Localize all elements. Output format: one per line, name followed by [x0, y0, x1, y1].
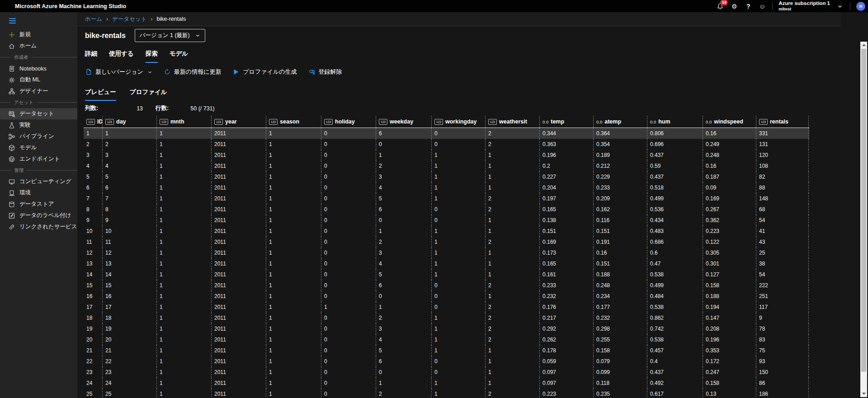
avatar[interactable]: H [856, 2, 865, 11]
sidebar-item-datastores[interactable]: データストア [0, 199, 77, 210]
new-version-button[interactable]: 新しいバージョン [85, 68, 152, 76]
tab-details[interactable]: 詳細 [85, 50, 97, 63]
column-header-season[interactable]: 123season [266, 116, 321, 128]
table-row[interactable]: 191912011103120.2920.2980.7420.20878 [84, 323, 809, 334]
tab-explore[interactable]: 探索 [146, 50, 158, 63]
subscription-selector[interactable]: Azure subscription 1 mltest [778, 0, 830, 11]
table-row[interactable]: 232312011100010.0970.0990.4370.247150 [84, 367, 809, 378]
column-name: holiday [335, 118, 355, 125]
tab-consume[interactable]: 使用する [109, 50, 134, 63]
cell: 222 [756, 280, 809, 291]
column-header-mnth[interactable]: 123mnth [156, 116, 211, 128]
scroll-up-arrow[interactable] [860, 42, 867, 48]
integer-type-icon: 123 [488, 119, 497, 125]
table-row[interactable]: 212112011105110.1780.1580.4570.35375 [84, 345, 809, 356]
page-scrollbar[interactable] [860, 42, 867, 397]
chevron-down-icon[interactable] [836, 2, 844, 10]
cell: 0 [321, 291, 376, 302]
subtab-preview[interactable]: プレビュー [85, 88, 116, 101]
table-row[interactable]: 181812011102120.2170.2320.8620.1479 [84, 313, 809, 323]
sidebar-item-environments[interactable]: 環境 [0, 187, 77, 199]
table-row[interactable]: 7712011105120.1970.2090.4990.169148 [84, 193, 809, 204]
column-header-hum[interactable]: 0.0hum [647, 116, 703, 128]
column-header-id[interactable]: 123ID [84, 116, 102, 128]
column-header-year[interactable]: 123year [211, 116, 266, 128]
column-header-rentals[interactable]: 123rentals [756, 116, 809, 128]
cell: 0 [431, 204, 485, 215]
table-row[interactable]: 5512011103110.2270.2290.4370.18782 [84, 171, 809, 182]
sidebar-item-endpoints[interactable]: エンドポイント [0, 153, 77, 165]
table-row[interactable]: 6612011104110.2040.2330.5180.0988 [84, 182, 809, 193]
sidebar-item-home[interactable]: ホーム [0, 40, 77, 52]
column-header-day[interactable]: 123day [102, 116, 156, 128]
cell: 1 [156, 302, 211, 313]
breadcrumb-item[interactable]: ホーム [85, 15, 102, 23]
table-row[interactable]: 141412011105110.1610.1880.5380.12754 [84, 269, 809, 280]
sidebar-item-datasets[interactable]: データセット [0, 108, 77, 119]
cell: 22 [84, 356, 102, 367]
table-row[interactable]: 4412011102110.20.2120.590.16108 [84, 161, 809, 171]
cell: 20 [102, 334, 156, 345]
tab-models[interactable]: モデル [170, 50, 188, 63]
sidebar-item-compute[interactable]: コンピューティング [0, 176, 77, 187]
column-header-windspeed[interactable]: 0.0windspeed [703, 116, 756, 128]
table-row[interactable]: 8812011106020.1650.1620.5360.26768 [84, 204, 809, 215]
sidebar-section-label: アセット [0, 97, 77, 108]
table-row[interactable]: 121212011103110.1730.160.60.30525 [84, 247, 809, 258]
table-row[interactable]: 131312011104110.1650.1510.470.30138 [84, 258, 809, 269]
table-row[interactable]: 2212011100020.3630.3540.6960.249131 [84, 139, 809, 150]
table-row[interactable]: 242412011101110.0970.1180.4920.15886 [84, 378, 809, 389]
sidebar-item-linked-services[interactable]: リンクされたサービス [0, 221, 77, 232]
cell: 43 [756, 237, 809, 247]
cell: 1 [485, 247, 539, 258]
table-row[interactable]: 111112011102120.1690.1910.6860.12243 [84, 237, 809, 247]
column-header-temp[interactable]: 0.0temp [539, 116, 593, 128]
chevron-down-icon [147, 70, 152, 75]
table-row[interactable]: 161612011100010.2320.2340.4840.188251 [84, 291, 809, 302]
table-row[interactable]: 222212011106010.0590.0790.40.17293 [84, 356, 809, 367]
sidebar-item-automated-ml[interactable]: 自動 ML [0, 74, 77, 85]
sidebar-item-data-labeling[interactable]: データのラベル付け [0, 210, 77, 221]
table-row[interactable]: 1112011106020.3440.3640.8060.16331 [84, 128, 809, 139]
cell: 1 [431, 161, 485, 171]
sidebar-item-designer[interactable]: デザイナー [0, 85, 77, 97]
column-header-weekday[interactable]: 123weekday [376, 116, 431, 128]
cell: 0.188 [703, 291, 756, 302]
cell: 1 [431, 193, 485, 204]
table-row[interactable]: 171712011111020.1760.1770.5380.194117 [84, 302, 809, 313]
column-header-atemp[interactable]: 0.0atemp [593, 116, 647, 128]
sidebar-item-notebooks[interactable]: Notebooks [0, 63, 77, 74]
notifications-bell-icon[interactable]: 14 [716, 2, 724, 10]
table-row[interactable]: 252512011102120.2230.2350.6170.13186 [84, 389, 809, 398]
subtab-profile[interactable]: プロファイル [130, 88, 167, 101]
column-header-holiday[interactable]: 123holiday [321, 116, 376, 128]
cell: 2 [485, 323, 539, 334]
table-row[interactable]: 202012011104120.2620.2550.5380.19683 [84, 334, 809, 345]
settings-gear-icon[interactable]: ⚙ [730, 2, 738, 10]
version-selector[interactable]: バージョン 1 (最新) [135, 29, 205, 42]
table-row[interactable]: 101012011101110.1510.1510.4830.22341 [84, 226, 809, 237]
breadcrumb-item[interactable]: データセット [112, 15, 146, 23]
column-header-workingday[interactable]: 123workingday [431, 116, 485, 128]
sidebar-item-models[interactable]: モデル [0, 142, 77, 153]
cell: 10 [102, 226, 156, 237]
table-row[interactable]: 151512011106020.2330.2480.4990.158222 [84, 280, 809, 291]
sidebar-item-experiments[interactable]: 実験 [0, 119, 77, 131]
unregister-button[interactable]: 登録解除 [308, 68, 342, 76]
feedback-smiley-icon[interactable]: ☺ [758, 2, 766, 10]
cell: 1 [156, 389, 211, 398]
cell: 1 [266, 182, 321, 193]
column-header-weathersit[interactable]: 123weathersit [485, 116, 539, 128]
cell: 24 [84, 378, 102, 389]
breadcrumb-separator: › [151, 16, 153, 22]
page-scrollbar-thumb[interactable] [861, 49, 866, 372]
help-icon[interactable]: ? [744, 2, 752, 10]
hamburger-menu-icon[interactable] [0, 12, 77, 29]
sidebar-item-pipelines[interactable]: パイプライン [0, 131, 77, 142]
table-row[interactable]: 9912011100010.1380.1160.4340.36254 [84, 215, 809, 226]
generate-profile-button[interactable]: プロファイルの生成 [232, 68, 297, 76]
scroll-down-arrow[interactable] [860, 390, 867, 397]
table-row[interactable]: 3312011101110.1960.1890.4370.248120 [84, 150, 809, 161]
sidebar-item-new[interactable]: 新規 [0, 29, 77, 40]
refresh-button[interactable]: 最新の情報に更新 [164, 68, 222, 76]
